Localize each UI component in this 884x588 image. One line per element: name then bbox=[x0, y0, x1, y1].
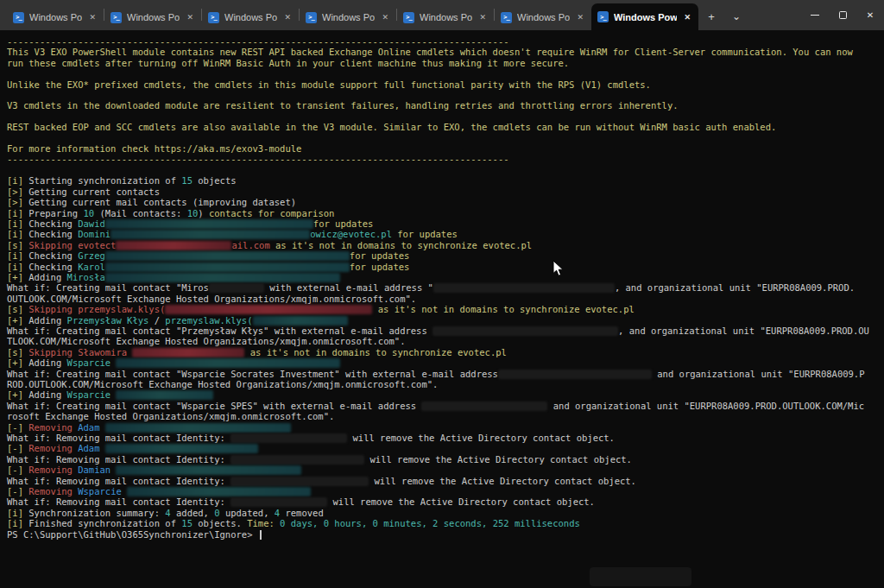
terminal-text: Finished synchronization of bbox=[28, 518, 181, 528]
terminal-text: Preparing bbox=[28, 208, 83, 218]
minimize-button[interactable] bbox=[801, 0, 829, 30]
close-icon: ✕ bbox=[867, 10, 874, 20]
titlebar[interactable]: >_Windows PowerShe✕>_Windows PowerShe✕>_… bbox=[0, 0, 884, 30]
tab-strip: >_Windows PowerShe✕>_Windows PowerShe✕>_… bbox=[0, 0, 698, 30]
powershell-icon: >_ bbox=[501, 12, 512, 23]
terminal-text: 10 bbox=[84, 208, 95, 218]
terminal-text: Removing bbox=[28, 443, 78, 453]
terminal-text: and organizational unit "EURPR08A009.PRO… bbox=[547, 401, 864, 411]
terminal-text: [s] bbox=[7, 240, 28, 250]
powershell-icon: >_ bbox=[597, 11, 609, 22]
tab-title: Windows PowerShe bbox=[29, 12, 82, 22]
terminal-line: [-] Removing Adam bbox=[7, 443, 884, 453]
terminal-text: What if: Removing mail contact Identity: bbox=[7, 496, 230, 507]
terminal-text: [+] bbox=[7, 389, 28, 400]
terminal-text: Skipping Sławomira bbox=[28, 347, 132, 357]
terminal-line bbox=[7, 90, 884, 100]
terminal-text: [i] bbox=[7, 262, 28, 272]
maximize-button[interactable] bbox=[829, 0, 856, 30]
tab-2[interactable]: >_Windows PowerShe✕ bbox=[104, 4, 201, 30]
terminal-line: PS C:\Support\GitHub\O365Synchronizer\Ig… bbox=[7, 529, 884, 540]
redaction-dark bbox=[230, 455, 364, 465]
terminal-text: Removing bbox=[28, 422, 78, 433]
terminal-text: ail.com bbox=[231, 240, 269, 250]
terminal-line bbox=[7, 165, 884, 175]
terminal-text: Dawid bbox=[78, 218, 105, 229]
new-tab-button[interactable]: + bbox=[700, 5, 723, 28]
terminal-line: TLOOK.COM/Microsoft Exchange Hosted Orga… bbox=[7, 336, 884, 346]
tab-close-icon[interactable]: ✕ bbox=[477, 11, 488, 23]
terminal-text: This V3 EXO PowerShell module contains n… bbox=[7, 47, 853, 57]
tab-close-icon[interactable]: ✕ bbox=[282, 11, 293, 23]
redaction-dark bbox=[498, 370, 652, 379]
terminal-text: Karol bbox=[78, 262, 105, 272]
terminal-text: Wsparcie bbox=[67, 389, 117, 400]
terminal-text: Mirosła bbox=[67, 272, 105, 282]
terminal-line: What if: Creating mail contact "Przemysł… bbox=[7, 326, 884, 336]
terminal-text: przemyslaw.klys( bbox=[165, 315, 252, 326]
redaction-teal bbox=[116, 465, 301, 475]
terminal-text: Adding bbox=[28, 389, 66, 400]
terminal-text: [i] bbox=[7, 229, 28, 239]
terminal-text: Starting synchronization of bbox=[28, 175, 181, 186]
tab-5[interactable]: >_Windows PowerShe✕ bbox=[397, 4, 494, 30]
minimize-icon bbox=[811, 15, 819, 16]
terminal-line: What if: Creating mail contact "Wsparcie… bbox=[7, 401, 884, 411]
terminal-text: [+] bbox=[7, 315, 28, 326]
redaction-red bbox=[132, 348, 244, 357]
terminal-line: What if: Removing mail contact Identity:… bbox=[7, 454, 884, 465]
redaction-teal bbox=[253, 316, 348, 326]
tab-dropdown-button[interactable]: ⌄ bbox=[726, 5, 747, 28]
terminal-line: REST backed EOP and SCC cmdlets are also… bbox=[7, 122, 884, 132]
terminal-text: 15 bbox=[181, 518, 193, 528]
maximize-icon bbox=[839, 11, 847, 19]
terminal-text: objects. bbox=[193, 518, 247, 528]
terminal-text: [>] bbox=[7, 197, 28, 207]
redaction-teal bbox=[105, 251, 350, 261]
terminal[interactable]: ----------------------------------------… bbox=[0, 30, 884, 588]
redaction-teal bbox=[110, 230, 310, 239]
terminal-text: Grzeg bbox=[78, 250, 105, 261]
terminal-text: [-] bbox=[7, 422, 28, 433]
tab-4[interactable]: >_Windows PowerShe✕ bbox=[300, 4, 396, 30]
terminal-line: [s] Skipping przemyslaw.klys( as it's no… bbox=[7, 304, 884, 314]
tab-1[interactable]: >_Windows PowerShe✕ bbox=[7, 4, 104, 30]
terminal-line: [i] Checking Dawidfor updates bbox=[7, 218, 884, 229]
redaction-dark bbox=[433, 283, 615, 293]
terminal-text: with external e-mail address " bbox=[264, 282, 433, 293]
terminal-line: [+] Adding Mirosła bbox=[7, 272, 884, 282]
terminal-text: Checking bbox=[28, 262, 78, 272]
redaction-teal bbox=[127, 487, 311, 496]
terminal-text: as it's not in domains to synchronize ev… bbox=[270, 240, 532, 250]
tab-close-icon[interactable]: ✕ bbox=[682, 11, 692, 23]
redaction-red bbox=[116, 241, 231, 250]
terminal-line: What if: Removing mail contact Identity:… bbox=[7, 476, 884, 486]
terminal-line bbox=[7, 68, 884, 79]
tab-close-icon[interactable]: ✕ bbox=[380, 11, 390, 23]
powershell-icon: >_ bbox=[208, 12, 219, 23]
terminal-text: ----------------------------------------… bbox=[7, 154, 509, 164]
redaction-red bbox=[165, 305, 372, 314]
text-cursor bbox=[260, 530, 262, 540]
terminal-text: Skipping evotect bbox=[28, 240, 116, 250]
terminal-text: 10 bbox=[187, 208, 199, 218]
tab-7-active[interactable]: >_Windows PowerShe✕ bbox=[591, 3, 698, 30]
terminal-text: Removing bbox=[28, 465, 78, 475]
terminal-text: V3 cmdlets in the downloaded module are … bbox=[7, 100, 679, 111]
terminal-line: [s] Skipping evotectail.com as it's not … bbox=[7, 240, 884, 250]
tab-close-icon[interactable]: ✕ bbox=[575, 11, 585, 23]
tab-6[interactable]: >_Windows PowerShe✕ bbox=[495, 4, 591, 30]
tab-3[interactable]: >_Windows PowerShe✕ bbox=[202, 4, 299, 30]
close-button[interactable]: ✕ bbox=[856, 0, 884, 30]
terminal-line: What if: Creating mail contact "Wsparcie… bbox=[7, 369, 884, 379]
redaction-dark bbox=[230, 433, 347, 443]
tab-close-icon[interactable]: ✕ bbox=[185, 11, 195, 23]
terminal-text: What if: Creating mail contact "Wsparcie… bbox=[7, 369, 498, 379]
tab-close-icon[interactable]: ✕ bbox=[87, 11, 98, 23]
terminal-text: Adding bbox=[28, 315, 66, 326]
terminal-text: removed bbox=[280, 508, 324, 518]
terminal-line: What if: Removing mail contact Identity:… bbox=[7, 496, 884, 507]
terminal-line: [i] Checking Karolfor updates bbox=[7, 262, 884, 272]
terminal-line: [>] Getting current contacts bbox=[7, 187, 884, 197]
terminal-text: What if: Creating mail contact "Miros bbox=[7, 282, 209, 293]
